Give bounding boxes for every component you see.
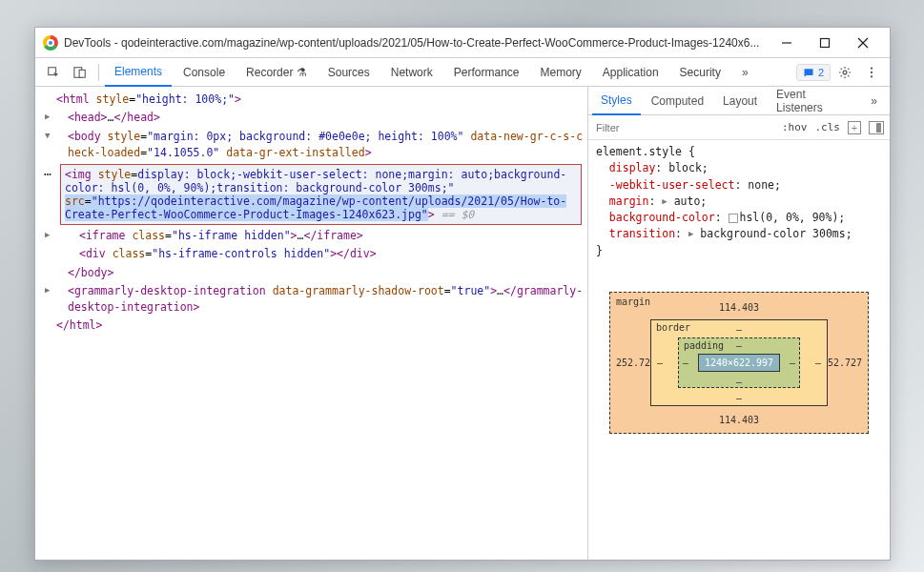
svg-point-8 xyxy=(871,67,873,69)
minimize-button[interactable] xyxy=(768,31,806,55)
filter-bar: :hov .cls + xyxy=(588,115,890,140)
new-style-rule-button[interactable]: + xyxy=(848,121,861,134)
tab-elements[interactable]: Elements xyxy=(105,58,172,87)
svg-point-9 xyxy=(871,71,873,72)
devtools-window: DevTools - qodeinteractive.com/magazine/… xyxy=(34,27,891,561)
eq-dollar-zero: == $0 xyxy=(435,208,475,221)
issues-count: 2 xyxy=(818,67,824,78)
issues-badge[interactable]: 2 xyxy=(796,64,831,81)
bm-border-label: border xyxy=(656,322,690,333)
color-swatch-icon[interactable] xyxy=(729,214,738,223)
tab-sources[interactable]: Sources xyxy=(318,58,380,87)
window-controls xyxy=(768,31,882,55)
window-title: DevTools - qodeinteractive.com/magazine/… xyxy=(64,36,768,50)
dom-html-close[interactable]: </html> xyxy=(41,317,587,335)
ellipsis-icon[interactable]: ⋯ xyxy=(44,167,52,181)
tab-memory[interactable]: Memory xyxy=(531,58,591,87)
dom-body-close[interactable]: </body> xyxy=(41,264,587,282)
subtab-eventlisteners[interactable]: Event Listeners xyxy=(768,87,860,115)
dom-body-open[interactable]: <body style="margin: 0px; background: #0… xyxy=(41,128,587,163)
panels: <html style="height: 100%;"> <head>…</he… xyxy=(35,87,890,560)
dom-selected-img[interactable]: ⋯ <img style=display: block;-webkit-user… xyxy=(60,164,582,225)
box-model[interactable]: margin 114.403 114.403 252.727 252.727 b… xyxy=(588,263,890,560)
subtab-overflow[interactable]: » xyxy=(862,87,886,115)
hov-toggle[interactable]: :hov xyxy=(782,121,808,133)
bm-padding-label: padding xyxy=(684,340,724,351)
styles-subtabs: Styles Computed Layout Event Listeners » xyxy=(588,87,890,115)
elements-panel[interactable]: <html style="height: 100%;"> <head>…</he… xyxy=(35,87,588,560)
styles-panel: Styles Computed Layout Event Listeners »… xyxy=(588,87,890,560)
tab-application[interactable]: Application xyxy=(593,58,668,87)
cls-toggle[interactable]: .cls xyxy=(815,121,841,133)
styles-filter-input[interactable] xyxy=(588,122,776,133)
svg-rect-6 xyxy=(79,70,85,77)
tab-overflow[interactable]: » xyxy=(732,58,758,87)
styles-rules[interactable]: element.style { display: block; -webkit-… xyxy=(588,140,890,263)
rule-selector: element.style xyxy=(596,145,682,158)
svg-point-7 xyxy=(843,71,847,74)
titlebar: DevTools - qodeinteractive.com/magazine/… xyxy=(35,28,890,58)
maximize-button[interactable] xyxy=(806,31,844,55)
tab-console[interactable]: Console xyxy=(174,58,235,87)
svg-point-10 xyxy=(871,75,873,77)
settings-gear-icon[interactable] xyxy=(832,60,857,85)
bm-margin-label: margin xyxy=(616,296,650,307)
dom-head[interactable]: <head>…</head> xyxy=(41,109,587,127)
chrome-icon xyxy=(43,35,58,51)
main-tabbar: Elements Console Recorder ⚗ Sources Netw… xyxy=(35,58,890,87)
dom-html-open[interactable]: <html style="height: 100%;"> xyxy=(41,91,587,109)
img-style-val: display: block;-webkit-user-select: none… xyxy=(65,168,566,194)
subtab-computed[interactable]: Computed xyxy=(643,87,712,115)
svg-rect-1 xyxy=(821,38,830,47)
bm-content: 1240×622.997 xyxy=(698,354,780,372)
inspect-icon[interactable] xyxy=(41,60,66,85)
subtab-styles[interactable]: Styles xyxy=(592,87,641,115)
tab-network[interactable]: Network xyxy=(381,58,442,87)
tab-performance[interactable]: Performance xyxy=(444,58,529,87)
tab-security[interactable]: Security xyxy=(670,58,730,87)
device-toggle-icon[interactable] xyxy=(68,60,92,85)
dom-grammarly[interactable]: <grammarly-desktop-integration data-gram… xyxy=(41,282,587,317)
dom-iframe-controls[interactable]: <div class="hs-iframe-controls hidden"><… xyxy=(41,245,587,263)
more-menu-icon[interactable] xyxy=(859,60,884,85)
dom-iframe[interactable]: <iframe class="hs-iframe hidden">…</ifra… xyxy=(41,227,587,245)
subtab-layout[interactable]: Layout xyxy=(714,87,766,115)
toggle-sidebar-icon[interactable] xyxy=(869,121,884,134)
close-button[interactable] xyxy=(844,31,882,55)
tab-recorder[interactable]: Recorder ⚗ xyxy=(236,58,317,87)
